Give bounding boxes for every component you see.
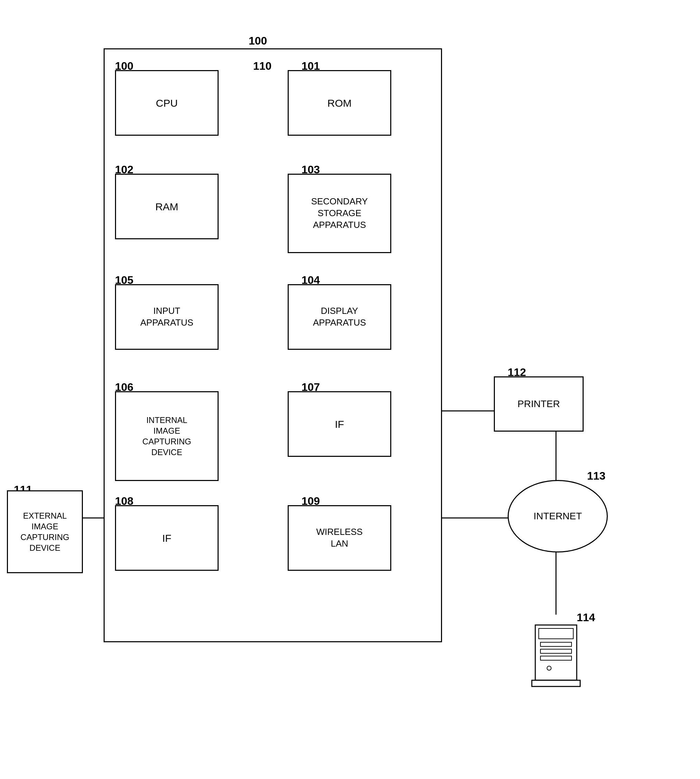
if108-box: IF xyxy=(115,505,218,571)
svg-rect-17 xyxy=(539,628,573,639)
secondary-storage-box: SECONDARYSTORAGEAPPARATUS xyxy=(288,174,391,253)
svg-rect-20 xyxy=(540,656,572,660)
if107-box: IF xyxy=(288,391,391,457)
svg-point-21 xyxy=(547,666,551,670)
display-apparatus-box: DISPLAYAPPARATUS xyxy=(288,284,391,350)
rom-box: ROM xyxy=(288,70,391,136)
input-apparatus-box: INPUTAPPARATUS xyxy=(115,284,218,350)
external-image-box: EXTERNALIMAGECAPTURINGDEVICE xyxy=(7,490,83,573)
internet-oval: INTERNET xyxy=(508,480,608,553)
svg-rect-18 xyxy=(540,642,572,646)
cpu-box: CPU xyxy=(115,70,218,136)
wireless-lan-box: WIRELESSLAN xyxy=(288,505,391,571)
diagram: 100 100 CPU 110 101 ROM 102 RAM 103 SECO… xyxy=(28,21,677,763)
svg-rect-19 xyxy=(540,649,572,653)
ref-115: 100 xyxy=(248,35,267,47)
svg-rect-22 xyxy=(532,680,580,686)
server-icon xyxy=(522,618,590,694)
internal-image-box: INTERNALIMAGECAPTURINGDEVICE xyxy=(115,391,218,481)
printer-box: PRINTER xyxy=(494,376,583,432)
main-system-box: 100 CPU 110 101 ROM 102 RAM 103 SECONDAR… xyxy=(103,48,442,642)
ram-box: RAM xyxy=(115,174,218,239)
ref-113: 113 xyxy=(587,469,605,483)
ref-110: 110 xyxy=(253,60,272,73)
